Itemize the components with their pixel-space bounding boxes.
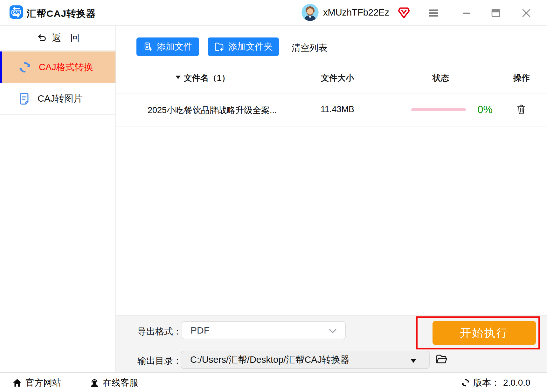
home-icon [12, 378, 22, 388]
version-label: 版本： [473, 377, 500, 389]
dropdown-triangle-icon [411, 359, 416, 363]
export-format-value: PDF [190, 325, 210, 336]
app-logo-icon: CAJ [10, 5, 23, 19]
convert-refresh-icon [18, 61, 31, 74]
back-button[interactable]: 返 回 [0, 26, 115, 51]
app-title: 汇帮CAJ转换器 [27, 7, 96, 20]
headset-person-icon [89, 378, 100, 388]
sidebar-item-caj-convert[interactable]: CAJ格式转换 [0, 51, 115, 83]
back-arrow-icon [36, 34, 46, 42]
close-button[interactable] [522, 9, 531, 17]
add-file-icon [143, 42, 153, 51]
username-label: xMUzhTFb22Ez [323, 7, 389, 18]
output-dir-label: 输出目录： [137, 355, 182, 367]
column-header-status: 状态 [433, 72, 449, 84]
add-folder-button[interactable]: 添加文件夹 [208, 37, 279, 56]
back-label: 返 回 [52, 32, 80, 44]
version-refresh-icon [461, 378, 470, 387]
svg-text:CAJ: CAJ [13, 11, 19, 14]
export-format-label: 导出格式： [137, 326, 182, 338]
column-header-filesize: 文件大小 [321, 72, 354, 84]
sidebar: 返 回 CAJ格式转换 CAJ转图片 [0, 26, 116, 372]
column-header-filename[interactable]: 文件名（1） [184, 72, 230, 84]
row-divider [116, 126, 547, 126]
start-button[interactable]: 开始执行 [433, 321, 536, 345]
output-dir-select[interactable]: C:/Users/汇帮/Desktop/汇帮CAJ转换器 [181, 351, 430, 369]
sidebar-item-label: CAJ转图片 [38, 92, 83, 105]
chevron-down-icon [329, 328, 337, 334]
official-website-link[interactable]: 官方网站 [12, 373, 61, 392]
output-dir-value: C:/Users/汇帮/Desktop/汇帮CAJ转换器 [190, 354, 350, 366]
add-file-button[interactable]: 添加文件 [136, 37, 199, 56]
title-bar: CAJ 汇帮CAJ转换器 xMUzhTFb22Ez [0, 0, 547, 26]
add-folder-icon [214, 42, 224, 51]
add-file-label: 添加文件 [157, 41, 192, 53]
menu-icon[interactable] [428, 9, 439, 17]
maximize-button[interactable] [491, 9, 501, 17]
online-support-label: 在线客服 [103, 377, 138, 389]
file-name: 2025小吃餐饮品牌战略升级全案... [148, 105, 277, 116]
version-value: 2.0.0.0 [503, 378, 530, 388]
column-header-action: 操作 [513, 72, 530, 84]
file-size: 11.43MB [321, 105, 354, 114]
header-divider [116, 93, 547, 93]
sidebar-item-caj-to-image[interactable]: CAJ转图片 [0, 83, 115, 115]
app-window: CAJ 汇帮CAJ转换器 xMUzhTFb22Ez [0, 0, 547, 392]
sidebar-item-label: CAJ格式转换 [39, 61, 93, 74]
progress-percent: 0% [477, 104, 493, 116]
browse-folder-icon[interactable] [435, 354, 447, 365]
delete-trash-icon[interactable] [516, 104, 526, 115]
avatar[interactable] [301, 4, 319, 21]
vip-badge-icon[interactable] [398, 7, 410, 19]
version-info: 版本：2.0.0.0 [461, 373, 530, 392]
online-support-link[interactable]: 在线客服 [89, 373, 138, 392]
document-image-icon [18, 93, 30, 105]
minimize-button[interactable] [462, 9, 471, 17]
sort-triangle-icon[interactable] [176, 76, 181, 79]
add-folder-label: 添加文件夹 [228, 41, 273, 53]
official-website-label: 官方网站 [25, 377, 61, 389]
status-bar: 官方网站 在线客服 版本：2.0.0.0 [0, 372, 547, 392]
progress-bar [411, 108, 466, 111]
clear-list-button[interactable]: 清空列表 [292, 42, 327, 54]
export-format-select[interactable]: PDF [182, 321, 346, 339]
